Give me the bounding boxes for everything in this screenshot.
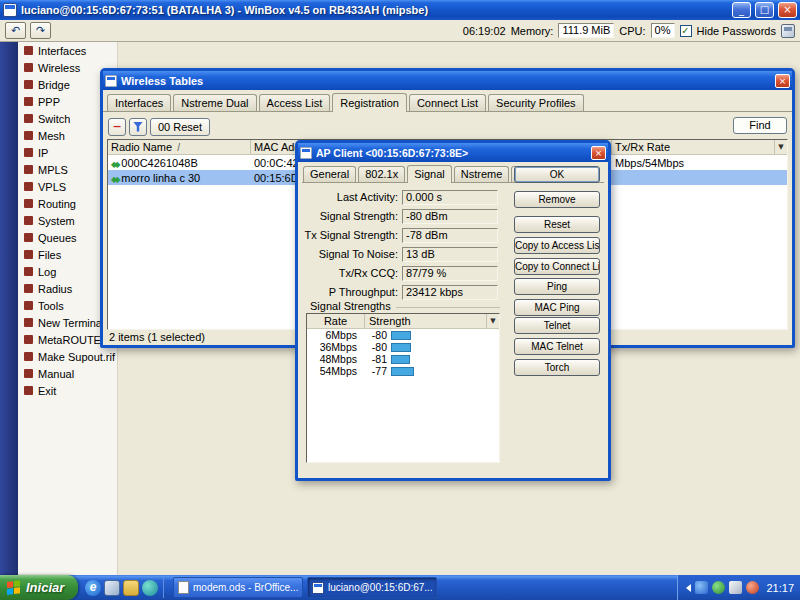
- tab-nstreme-dual[interactable]: Nstreme Dual: [173, 94, 256, 111]
- mac-ping-button[interactable]: MAC Ping: [514, 299, 600, 316]
- signal-to-noise-value: 13 dB: [402, 247, 498, 262]
- torch-button[interactable]: Torch: [514, 359, 600, 376]
- task-button-winbox[interactable]: luciano@00:15:6D:67...: [307, 577, 437, 598]
- signal-row[interactable]: 48Mbps -81: [307, 353, 499, 365]
- sidebar-item-label: Wireless: [38, 62, 80, 74]
- filter-button[interactable]: [129, 118, 147, 136]
- copy-to-connect-list-button[interactable]: Copy to Connect List: [514, 258, 600, 275]
- ping-button[interactable]: Ping: [514, 278, 600, 295]
- signal-strength-label: Signal Strength:: [298, 209, 398, 224]
- column-strength[interactable]: Strength: [365, 314, 486, 328]
- tab-nstreme[interactable]: Nstreme: [454, 166, 510, 182]
- column-dropdown-icon[interactable]: ▼: [774, 140, 787, 154]
- tab-registration[interactable]: Registration: [332, 93, 407, 112]
- sidebar-item-label: Log: [38, 266, 56, 278]
- tray-volume-icon[interactable]: [729, 581, 742, 594]
- menu-item-icon: [24, 386, 33, 395]
- windows-flag-icon: [7, 580, 21, 596]
- connection-status-icon[interactable]: [781, 24, 795, 38]
- main-titlebar[interactable]: luciano@00:15:6D:67:73:51 (BATALHA 3) - …: [0, 0, 800, 20]
- winbox-task-icon: [312, 582, 324, 594]
- forward-arrow-icon[interactable]: ↷: [30, 22, 51, 39]
- sidebar-item-manual[interactable]: Manual: [18, 365, 117, 382]
- taskbar-clock[interactable]: 21:17: [766, 582, 794, 594]
- back-arrow-icon[interactable]: ↶: [5, 22, 26, 39]
- sidebar-item-label: New Terminal: [38, 317, 104, 329]
- menu-item-icon: [24, 301, 33, 310]
- sidebar-item-label: Routing: [38, 198, 76, 210]
- tab-8021x[interactable]: 802.1x: [358, 166, 405, 182]
- media-player-icon[interactable]: [142, 580, 158, 596]
- tray-antivirus-icon[interactable]: [712, 581, 725, 594]
- column-rate[interactable]: Rate: [307, 314, 365, 328]
- sidebar-item-label: MetaROUTER: [38, 334, 109, 346]
- rate-value: 6Mbps: [307, 329, 361, 341]
- show-desktop-icon[interactable]: [104, 580, 120, 596]
- tab-signal[interactable]: Signal: [407, 165, 452, 183]
- registration-marker-icon: ◆◆: [111, 160, 117, 169]
- sidebar-item-exit[interactable]: Exit: [18, 382, 117, 399]
- registration-marker-icon: ◆◆: [111, 175, 117, 184]
- menu-item-icon: [24, 233, 33, 242]
- tray-update-icon[interactable]: [746, 581, 759, 594]
- system-tray: 21:17: [677, 575, 800, 600]
- cpu-value: 0%: [651, 23, 675, 38]
- sidebar-item-label: Exit: [38, 385, 56, 397]
- maximize-button[interactable]: □: [755, 2, 774, 18]
- wireless-tables-titlebar[interactable]: Wireless Tables ×: [103, 71, 792, 90]
- tray-chevron-icon[interactable]: [686, 584, 691, 592]
- browser-icon[interactable]: [85, 580, 101, 596]
- tab-connect-list[interactable]: Connect List: [409, 94, 486, 111]
- ok-button[interactable]: OK: [514, 166, 600, 183]
- cell-radio-name: ◆◆000C4261048B: [108, 157, 251, 169]
- find-button[interactable]: Find: [733, 117, 787, 134]
- hide-passwords-checkbox[interactable]: ✓: [680, 25, 692, 37]
- reset-button[interactable]: Reset: [514, 216, 600, 233]
- mac-telnet-button[interactable]: MAC Telnet: [514, 338, 600, 355]
- remove-button[interactable]: Remove: [514, 191, 600, 208]
- column-tx-rx-rate[interactable]: Tx/Rx Rate: [612, 140, 774, 154]
- ap-client-titlebar[interactable]: AP Client <00:15:6D:67:73:8E> ×: [298, 143, 608, 162]
- close-icon[interactable]: ×: [775, 74, 790, 88]
- tab-interfaces[interactable]: Interfaces: [107, 94, 171, 111]
- telnet-button[interactable]: Telnet: [514, 317, 600, 334]
- sidebar-item-interfaces[interactable]: Interfaces: [18, 42, 117, 59]
- taskbar-divider: [163, 578, 164, 598]
- hide-passwords-label: Hide Passwords: [697, 25, 776, 37]
- menu-item-icon: [24, 46, 33, 55]
- signal-row[interactable]: 36Mbps -80: [307, 341, 499, 353]
- signal-bar: [391, 355, 410, 364]
- start-button[interactable]: Iniciar: [0, 575, 78, 600]
- tab-security-profiles[interactable]: Security Profiles: [488, 94, 583, 111]
- reset-counters-button[interactable]: 00 Reset: [150, 118, 210, 136]
- folder-icon[interactable]: [123, 580, 139, 596]
- close-icon[interactable]: ×: [591, 146, 606, 160]
- menu-item-icon: [24, 284, 33, 293]
- column-dropdown-icon[interactable]: ▼: [486, 314, 499, 328]
- sort-indicator-icon: /: [177, 142, 180, 153]
- sidebar-item-make-supout[interactable]: Make Supout.rif: [18, 348, 117, 365]
- copy-to-access-list-button[interactable]: Copy to Access List: [514, 237, 600, 254]
- tab-general[interactable]: General: [303, 166, 356, 182]
- close-button[interactable]: ×: [778, 2, 797, 18]
- rate-value: 54Mbps: [307, 365, 361, 377]
- remove-entry-button[interactable]: −: [108, 118, 126, 136]
- task-label: luciano@00:15:6D:67...: [328, 582, 432, 593]
- strength-value: -77: [361, 365, 387, 377]
- task-button-broffice[interactable]: modem.ods - BrOffice...: [173, 577, 303, 598]
- tab-access-list[interactable]: Access List: [259, 94, 331, 111]
- ap-client-dialog: AP Client <00:15:6D:67:73:8E> × General …: [295, 140, 611, 481]
- menu-item-icon: [24, 63, 33, 72]
- sidebar-item-label: MPLS: [38, 164, 68, 176]
- last-activity-value: 0.000 s: [402, 190, 498, 205]
- tray-network-icon[interactable]: [695, 581, 708, 594]
- minimize-button[interactable]: _: [732, 2, 751, 18]
- signal-row[interactable]: 6Mbps -80: [307, 329, 499, 341]
- menu-item-icon: [24, 80, 33, 89]
- status-bar: 2 items (1 selected): [109, 331, 205, 344]
- window-title: luciano@00:15:6D:67:73:51 (BATALHA 3) - …: [21, 4, 728, 16]
- last-activity-label: Last Activity:: [298, 190, 398, 205]
- menu-item-icon: [24, 114, 33, 123]
- signal-row[interactable]: 54Mbps -77: [307, 365, 499, 377]
- column-radio-name[interactable]: Radio Name/: [108, 140, 251, 154]
